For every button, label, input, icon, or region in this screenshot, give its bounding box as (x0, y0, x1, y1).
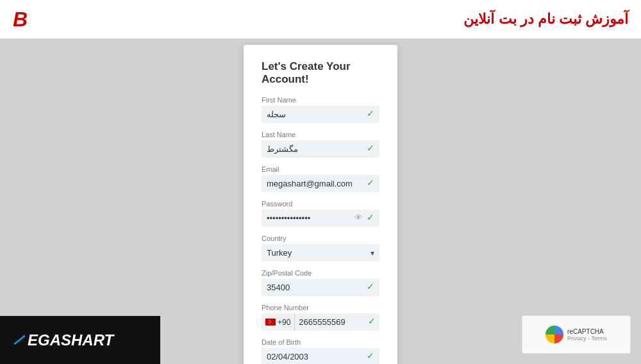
phone-check-icon: ✓ (368, 316, 376, 326)
email-input[interactable] (262, 175, 379, 192)
recaptcha-widget: reCAPTCHA Privacy - Terms (522, 315, 631, 354)
megashart-watermark: ⟋ EGASHART (0, 316, 160, 364)
zip-label: Zip/Postal Code (262, 269, 379, 277)
megashart-label: EGASHART (28, 331, 113, 349)
last-name-group: Last Name ✓ (262, 131, 379, 158)
form-title: Let's Create Your Account! (262, 60, 379, 86)
phone-group: Phone Number +90 ✓ (262, 304, 379, 331)
recaptcha-inner: reCAPTCHA Privacy - Terms (545, 326, 607, 343)
megashart-logo: ⟋ EGASHART (10, 330, 113, 350)
persian-title: آموزش ثبت نام در بت آنلاین (463, 11, 628, 28)
phone-country-code: +90 (278, 318, 290, 327)
first-name-input[interactable] (262, 106, 379, 123)
password-group: Password 👁 ✓ (262, 200, 379, 227)
last-name-check-icon: ✓ (367, 143, 374, 153)
email-label: Email (262, 165, 379, 173)
zip-input[interactable] (262, 279, 379, 296)
recaptcha-text: reCAPTCHA Privacy - Terms (567, 328, 607, 342)
email-check-icon: ✓ (367, 178, 374, 188)
phone-label: Phone Number (262, 304, 379, 311)
phone-field-wrapper: +90 ✓ (262, 313, 379, 331)
zip-group: Zip/Postal Code ✓ (262, 269, 379, 296)
first-name-check-icon: ✓ (367, 108, 374, 119)
logo-icon: B (13, 8, 28, 31)
dob-group: Date of Birth ✓ (262, 338, 379, 364)
country-label: Country (262, 235, 379, 242)
email-group: Email ✓ (262, 165, 379, 192)
password-label: Password (262, 200, 379, 208)
first-name-label: First Name (262, 96, 379, 104)
last-name-input[interactable] (262, 140, 379, 158)
phone-prefix: +90 (262, 314, 295, 331)
flag-turkey-icon (265, 318, 276, 326)
slash-icon: ⟋ (10, 330, 26, 350)
recaptcha-logo-icon (545, 326, 563, 343)
recaptcha-links: Privacy - Terms (567, 335, 607, 342)
recaptcha-label: reCAPTCHA (567, 328, 607, 335)
dob-label: Date of Birth (262, 338, 379, 346)
dob-input[interactable] (262, 348, 379, 364)
country-select[interactable]: Turkey United States Germany France (262, 244, 379, 261)
top-bar: B آموزش ثبت نام در بت آنلاین (0, 0, 641, 38)
first-name-group: First Name ✓ (262, 96, 379, 123)
zip-check-icon: ✓ (367, 281, 374, 292)
eye-icon[interactable]: 👁 (354, 213, 363, 222)
password-check-icon: ✓ (367, 212, 374, 222)
dob-check-icon: ✓ (367, 351, 374, 361)
country-group: Country Turkey United States Germany Fra… (262, 235, 379, 261)
phone-number-input[interactable] (295, 313, 379, 331)
form-card: Let's Create Your Account! First Name ✓ … (244, 45, 397, 364)
last-name-label: Last Name (262, 131, 379, 138)
country-select-wrapper: Turkey United States Germany France ▾ (262, 244, 379, 261)
